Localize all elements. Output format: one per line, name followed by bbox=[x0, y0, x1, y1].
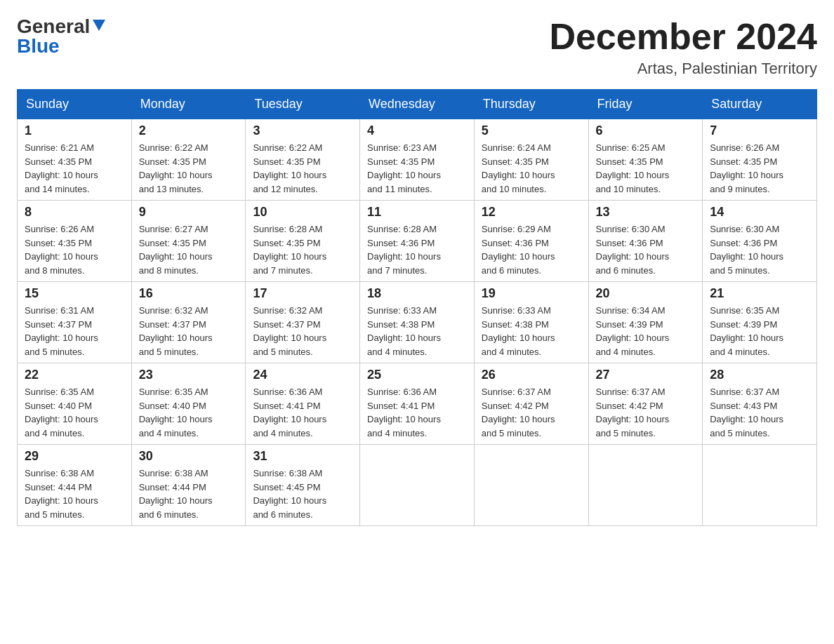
calendar-body: 1Sunrise: 6:21 AM Sunset: 4:35 PM Daylig… bbox=[18, 119, 817, 526]
day-info: Sunrise: 6:22 AM Sunset: 4:35 PM Dayligh… bbox=[139, 141, 239, 196]
day-info: Sunrise: 6:32 AM Sunset: 4:37 PM Dayligh… bbox=[253, 304, 352, 358]
weekday-header-tuesday: Tuesday bbox=[246, 90, 360, 119]
day-info: Sunrise: 6:36 AM Sunset: 4:41 PM Dayligh… bbox=[367, 385, 467, 440]
day-number: 12 bbox=[482, 205, 581, 220]
day-number: 4 bbox=[367, 123, 467, 138]
month-title: December 2024 bbox=[549, 17, 817, 57]
day-number: 30 bbox=[139, 449, 239, 464]
logo-general-text: General bbox=[17, 17, 90, 36]
day-number: 10 bbox=[253, 205, 352, 220]
day-info: Sunrise: 6:29 AM Sunset: 4:36 PM Dayligh… bbox=[482, 222, 581, 277]
day-number: 24 bbox=[253, 368, 352, 382]
calendar-cell: 13Sunrise: 6:30 AM Sunset: 4:36 PM Dayli… bbox=[588, 201, 703, 282]
day-number: 7 bbox=[710, 123, 809, 138]
calendar-cell: 24Sunrise: 6:36 AM Sunset: 4:41 PM Dayli… bbox=[246, 363, 360, 445]
calendar-cell: 8Sunrise: 6:26 AM Sunset: 4:35 PM Daylig… bbox=[18, 201, 132, 282]
week-row-4: 22Sunrise: 6:35 AM Sunset: 4:40 PM Dayli… bbox=[18, 363, 817, 445]
day-info: Sunrise: 6:37 AM Sunset: 4:42 PM Dayligh… bbox=[596, 385, 696, 440]
day-number: 17 bbox=[253, 286, 352, 301]
calendar-cell: 15Sunrise: 6:31 AM Sunset: 4:37 PM Dayli… bbox=[18, 282, 132, 363]
day-number: 2 bbox=[139, 123, 239, 138]
day-number: 31 bbox=[253, 449, 352, 464]
day-info: Sunrise: 6:35 AM Sunset: 4:40 PM Dayligh… bbox=[139, 385, 239, 440]
calendar-cell: 25Sunrise: 6:36 AM Sunset: 4:41 PM Dayli… bbox=[360, 363, 475, 445]
day-number: 18 bbox=[367, 286, 467, 301]
weekday-header-friday: Friday bbox=[588, 90, 703, 119]
day-number: 23 bbox=[139, 368, 239, 382]
calendar-cell: 22Sunrise: 6:35 AM Sunset: 4:40 PM Dayli… bbox=[18, 363, 132, 445]
day-number: 14 bbox=[710, 205, 809, 220]
weekday-header-wednesday: Wednesday bbox=[360, 90, 475, 119]
calendar-cell: 18Sunrise: 6:33 AM Sunset: 4:38 PM Dayli… bbox=[360, 282, 475, 363]
day-info: Sunrise: 6:31 AM Sunset: 4:37 PM Dayligh… bbox=[25, 304, 124, 358]
day-info: Sunrise: 6:22 AM Sunset: 4:35 PM Dayligh… bbox=[253, 141, 352, 196]
calendar-cell: 11Sunrise: 6:28 AM Sunset: 4:36 PM Dayli… bbox=[360, 201, 475, 282]
day-info: Sunrise: 6:26 AM Sunset: 4:35 PM Dayligh… bbox=[710, 141, 809, 196]
day-info: Sunrise: 6:35 AM Sunset: 4:39 PM Dayligh… bbox=[710, 304, 809, 358]
calendar-cell: 28Sunrise: 6:37 AM Sunset: 4:43 PM Dayli… bbox=[703, 363, 817, 445]
day-number: 9 bbox=[139, 205, 239, 220]
weekday-header-saturday: Saturday bbox=[703, 90, 817, 119]
day-info: Sunrise: 6:37 AM Sunset: 4:43 PM Dayligh… bbox=[710, 385, 809, 440]
calendar-cell bbox=[360, 445, 475, 526]
header: General Blue December 2024 Artas, Palest… bbox=[17, 17, 817, 78]
day-info: Sunrise: 6:33 AM Sunset: 4:38 PM Dayligh… bbox=[482, 304, 581, 358]
weekday-header-monday: Monday bbox=[131, 90, 246, 119]
calendar-cell: 6Sunrise: 6:25 AM Sunset: 4:35 PM Daylig… bbox=[588, 119, 703, 201]
calendar-cell: 17Sunrise: 6:32 AM Sunset: 4:37 PM Dayli… bbox=[246, 282, 360, 363]
day-number: 28 bbox=[710, 368, 809, 382]
calendar-cell: 26Sunrise: 6:37 AM Sunset: 4:42 PM Dayli… bbox=[474, 363, 588, 445]
week-row-5: 29Sunrise: 6:38 AM Sunset: 4:44 PM Dayli… bbox=[18, 445, 817, 526]
calendar-cell: 9Sunrise: 6:27 AM Sunset: 4:35 PM Daylig… bbox=[131, 201, 246, 282]
day-number: 13 bbox=[596, 205, 696, 220]
calendar-cell: 30Sunrise: 6:38 AM Sunset: 4:44 PM Dayli… bbox=[131, 445, 246, 526]
day-info: Sunrise: 6:27 AM Sunset: 4:35 PM Dayligh… bbox=[139, 222, 239, 277]
day-number: 25 bbox=[367, 368, 467, 382]
day-number: 11 bbox=[367, 205, 467, 220]
day-number: 3 bbox=[253, 123, 352, 138]
calendar-cell: 19Sunrise: 6:33 AM Sunset: 4:38 PM Dayli… bbox=[474, 282, 588, 363]
week-row-2: 8Sunrise: 6:26 AM Sunset: 4:35 PM Daylig… bbox=[18, 201, 817, 282]
day-info: Sunrise: 6:34 AM Sunset: 4:39 PM Dayligh… bbox=[596, 304, 696, 358]
day-number: 19 bbox=[482, 286, 581, 301]
day-info: Sunrise: 6:24 AM Sunset: 4:35 PM Dayligh… bbox=[482, 141, 581, 196]
calendar-cell: 10Sunrise: 6:28 AM Sunset: 4:35 PM Dayli… bbox=[246, 201, 360, 282]
day-number: 27 bbox=[596, 368, 696, 382]
calendar-cell: 4Sunrise: 6:23 AM Sunset: 4:35 PM Daylig… bbox=[360, 119, 475, 201]
calendar-cell: 7Sunrise: 6:26 AM Sunset: 4:35 PM Daylig… bbox=[703, 119, 817, 201]
day-info: Sunrise: 6:37 AM Sunset: 4:42 PM Dayligh… bbox=[482, 385, 581, 440]
day-number: 5 bbox=[482, 123, 581, 138]
calendar-cell: 14Sunrise: 6:30 AM Sunset: 4:36 PM Dayli… bbox=[703, 201, 817, 282]
calendar-cell bbox=[474, 445, 588, 526]
day-info: Sunrise: 6:21 AM Sunset: 4:35 PM Dayligh… bbox=[25, 141, 124, 196]
calendar-cell: 5Sunrise: 6:24 AM Sunset: 4:35 PM Daylig… bbox=[474, 119, 588, 201]
day-info: Sunrise: 6:28 AM Sunset: 4:35 PM Dayligh… bbox=[253, 222, 352, 277]
day-info: Sunrise: 6:28 AM Sunset: 4:36 PM Dayligh… bbox=[367, 222, 467, 277]
day-info: Sunrise: 6:26 AM Sunset: 4:35 PM Dayligh… bbox=[25, 222, 124, 277]
day-number: 8 bbox=[25, 205, 124, 220]
logo-blue-text: Blue bbox=[17, 35, 60, 57]
weekday-header-sunday: Sunday bbox=[18, 90, 132, 119]
calendar-header: SundayMondayTuesdayWednesdayThursdayFrid… bbox=[18, 90, 817, 119]
calendar-cell: 29Sunrise: 6:38 AM Sunset: 4:44 PM Dayli… bbox=[18, 445, 132, 526]
calendar-cell: 2Sunrise: 6:22 AM Sunset: 4:35 PM Daylig… bbox=[131, 119, 246, 201]
calendar-cell: 20Sunrise: 6:34 AM Sunset: 4:39 PM Dayli… bbox=[588, 282, 703, 363]
weekday-header-thursday: Thursday bbox=[474, 90, 588, 119]
day-number: 20 bbox=[596, 286, 696, 301]
day-number: 29 bbox=[25, 449, 124, 464]
calendar-cell: 12Sunrise: 6:29 AM Sunset: 4:36 PM Dayli… bbox=[474, 201, 588, 282]
calendar-cell: 27Sunrise: 6:37 AM Sunset: 4:42 PM Dayli… bbox=[588, 363, 703, 445]
calendar-cell: 3Sunrise: 6:22 AM Sunset: 4:35 PM Daylig… bbox=[246, 119, 360, 201]
location-title: Artas, Palestinian Territory bbox=[549, 60, 817, 78]
day-number: 22 bbox=[25, 368, 124, 382]
calendar-table: SundayMondayTuesdayWednesdayThursdayFrid… bbox=[17, 89, 817, 526]
calendar-cell: 23Sunrise: 6:35 AM Sunset: 4:40 PM Dayli… bbox=[131, 363, 246, 445]
day-number: 6 bbox=[596, 123, 696, 138]
calendar-cell: 31Sunrise: 6:38 AM Sunset: 4:45 PM Dayli… bbox=[246, 445, 360, 526]
week-row-1: 1Sunrise: 6:21 AM Sunset: 4:35 PM Daylig… bbox=[18, 119, 817, 201]
day-info: Sunrise: 6:25 AM Sunset: 4:35 PM Dayligh… bbox=[596, 141, 696, 196]
calendar-cell bbox=[703, 445, 817, 526]
day-number: 1 bbox=[25, 123, 124, 138]
day-number: 21 bbox=[710, 286, 809, 301]
title-area: December 2024 Artas, Palestinian Territo… bbox=[549, 17, 817, 78]
